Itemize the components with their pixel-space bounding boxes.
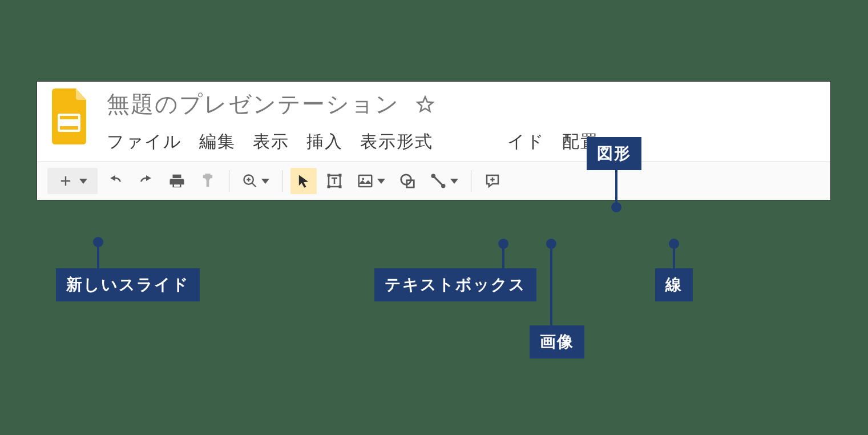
app-window: 無題のプレゼンテーション ファイル 編集 表示 挿入 表示形式 イド 配置 [37,81,831,200]
chevron-down-icon [79,179,87,184]
svg-rect-11 [359,175,372,187]
header-row: 無題のプレゼンテーション ファイル 編集 表示 挿入 表示形式 イド 配置 [37,82,830,154]
svg-rect-9 [328,186,330,188]
select-tool-button[interactable] [290,168,317,194]
toolbar-separator [282,170,282,192]
callout-dot [611,202,621,212]
svg-rect-8 [339,174,342,177]
svg-rect-7 [328,174,330,177]
callout-line-label: 線 [655,268,693,301]
chevron-down-icon [377,179,385,184]
svg-rect-1 [59,119,79,126]
callout-connector [615,169,617,204]
menu-edit[interactable]: 編集 [199,130,236,154]
document-title[interactable]: 無題のプレゼンテーション [107,88,399,120]
svg-line-3 [252,183,256,187]
callout-connector [673,247,675,271]
callout-new-slide: 新しいスライド [56,268,200,301]
image-button[interactable] [352,168,390,194]
zoom-button[interactable] [237,168,274,194]
svg-point-16 [431,174,436,179]
svg-point-17 [441,184,446,188]
star-icon[interactable] [415,95,435,114]
menu-bar: ファイル 編集 表示 挿入 表示形式 イド 配置 [107,130,599,154]
callout-connector [550,247,552,328]
svg-point-12 [362,178,364,180]
print-button[interactable] [164,168,190,194]
menu-format[interactable]: 表示形式 [360,130,433,154]
chevron-down-icon [450,179,458,184]
toolbar-separator [229,170,229,192]
chevron-down-icon [261,179,269,184]
title-line: 無題のプレゼンテーション [107,88,599,120]
callout-shape: 図形 [587,137,641,170]
toolbar [37,162,830,200]
new-slide-button[interactable] [47,168,98,194]
title-area: 無題のプレゼンテーション ファイル 編集 表示 挿入 表示形式 イド 配置 [107,88,599,154]
callout-text-box: テキストボックス [374,268,536,301]
callout-connector [97,244,99,272]
comment-button[interactable] [479,168,506,194]
callout-image: 画像 [530,325,584,359]
svg-rect-10 [339,186,342,188]
paint-format-button[interactable] [195,168,221,194]
menu-insert[interactable]: 挿入 [306,130,343,154]
undo-button[interactable] [102,168,128,194]
redo-button[interactable] [133,168,159,194]
slides-doc-icon [49,88,90,144]
menu-slide-partial[interactable]: イド [507,130,545,154]
menu-view[interactable]: 表示 [253,130,289,154]
line-button[interactable] [425,168,463,194]
text-box-button[interactable] [321,168,348,194]
menu-file[interactable]: ファイル [107,130,182,154]
shape-button[interactable] [394,168,421,194]
callout-connector [502,247,504,271]
toolbar-separator [471,170,471,192]
